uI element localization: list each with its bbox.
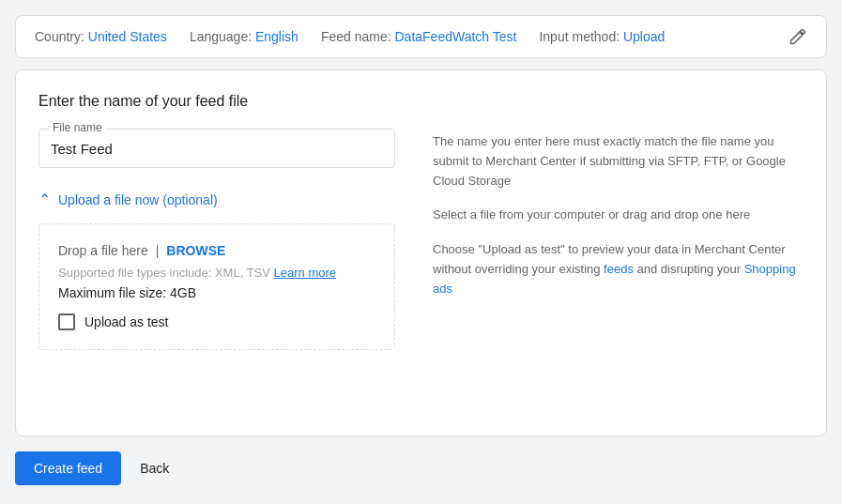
card-title: Enter the name of your feed file xyxy=(38,93,804,110)
feed-name-value: DataFeedWatch Test xyxy=(394,29,516,44)
create-feed-button[interactable]: Create feed xyxy=(15,451,121,485)
max-size-text: Maximum file size: 4GB xyxy=(58,285,375,300)
drop-zone: Drop a file here | BROWSE Supported file… xyxy=(38,223,395,350)
upload-toggle[interactable]: ⌃ Upload a file now (optional) xyxy=(38,191,395,208)
right-note-upload2: Choose "Upload as test" to preview your … xyxy=(433,240,804,298)
bottom-bar: Create feed Back xyxy=(15,448,827,489)
separator: | xyxy=(156,243,160,258)
file-name-input[interactable] xyxy=(51,141,383,157)
drop-text: Drop a file here xyxy=(58,243,148,258)
upload-as-test-row: Upload as test xyxy=(58,313,375,330)
input-method-value: Upload xyxy=(623,29,665,44)
language-label: Language: English xyxy=(190,29,299,44)
input-method-label: Input method: Upload xyxy=(539,29,665,44)
right-note-upload1: Select a file from your computer or drag… xyxy=(433,206,804,225)
right-note-main: The name you enter here must exactly mat… xyxy=(433,132,804,191)
file-name-label: File name xyxy=(49,121,106,134)
language-value: English xyxy=(255,29,299,44)
back-button[interactable]: Back xyxy=(136,451,173,485)
drop-row: Drop a file here | BROWSE xyxy=(58,243,375,258)
upload-toggle-label: Upload a file now (optional) xyxy=(58,192,218,207)
right-column: The name you enter here must exactly mat… xyxy=(433,129,804,350)
main-card: Enter the name of your feed file File na… xyxy=(15,69,827,436)
file-name-fieldset: File name xyxy=(38,129,395,168)
browse-button[interactable]: BROWSE xyxy=(166,243,225,258)
feeds-highlight: feeds xyxy=(604,262,634,276)
supported-text: Supported file types include: XML, TSV L… xyxy=(58,266,375,280)
chevron-up-icon: ⌃ xyxy=(38,191,51,208)
country-label: Country: United States xyxy=(35,29,167,44)
upload-as-test-label: Upload as test xyxy=(84,314,169,329)
feed-name-label: Feed name: DataFeedWatch Test xyxy=(321,29,517,44)
upload-as-test-checkbox[interactable] xyxy=(58,313,75,330)
left-column: File name ⌃ Upload a file now (optional)… xyxy=(38,129,395,350)
edit-icon[interactable] xyxy=(788,27,807,46)
info-bar: Country: United States Language: English… xyxy=(15,15,827,58)
learn-more-link[interactable]: Learn more xyxy=(274,266,336,280)
country-value: United States xyxy=(88,29,167,44)
